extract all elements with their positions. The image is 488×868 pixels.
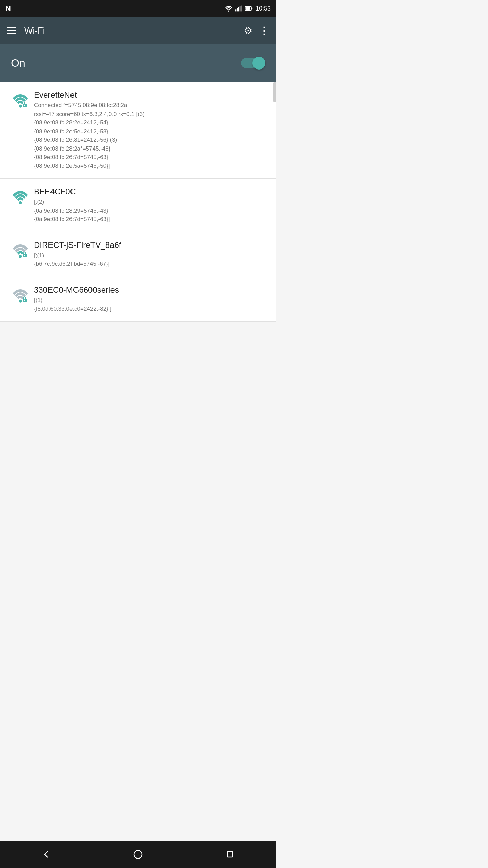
- wifi-toggle-section: On: [0, 44, 276, 82]
- svg-point-16: [19, 299, 22, 302]
- network-details: [(1) {f8:0d:60:33:0e:c0=2422,-82}:]: [34, 296, 269, 313]
- network-name: 330EC0-MG6600series: [34, 285, 269, 295]
- network-details: [;(1) {b6:7c:9c:d6:2f:bd=5745,-67}]: [34, 251, 269, 269]
- network-details: [;(2) {0a:9e:08:fc:28:29=5745,-43} {0a:9…: [34, 198, 269, 224]
- network-info: EveretteNet Connected f=5745 08:9e:08:fc…: [34, 90, 269, 170]
- network-info: BEE4CF0C [;(2) {0a:9e:08:fc:28:29=5745,-…: [34, 187, 269, 224]
- svg-rect-5: [241, 6, 242, 12]
- page-title: Wi-Fi: [24, 25, 45, 36]
- settings-icon[interactable]: ⚙: [244, 25, 252, 36]
- svg-rect-2: [237, 8, 238, 11]
- network-info: DIRECT-jS-FireTV_8a6f [;(1) {b6:7c:9c:d6…: [34, 240, 269, 269]
- wifi-toggle-switch[interactable]: [241, 57, 265, 70]
- network-name: DIRECT-jS-FireTV_8a6f: [34, 240, 269, 250]
- battery-icon: [245, 5, 253, 12]
- hamburger-line-1: [7, 27, 16, 28]
- svg-point-13: [19, 255, 22, 258]
- toolbar-left: Wi-Fi: [7, 25, 45, 36]
- svg-rect-11: [24, 105, 25, 106]
- network-name: BEE4CF0C: [34, 187, 269, 196]
- svg-point-0: [228, 10, 229, 12]
- hamburger-line-3: [7, 33, 16, 34]
- svg-point-9: [19, 105, 22, 108]
- svg-rect-15: [24, 255, 25, 256]
- status-bar: N 10:53: [0, 0, 276, 17]
- hamburger-line-2: [7, 30, 16, 31]
- list-item[interactable]: 330EC0-MG6600series [(1) {f8:0d:60:33:0e…: [0, 277, 276, 322]
- signal-icon: [235, 5, 242, 12]
- status-bar-right: 10:53: [225, 5, 271, 12]
- svg-rect-4: [239, 6, 240, 11]
- wifi-network-icon: [11, 92, 29, 111]
- wifi-full-lock-icon: [11, 92, 29, 110]
- toolbar: Wi-Fi ⚙ ⋮: [0, 17, 276, 44]
- network-details: Connected f=5745 08:9e:08:fc:28:2a rssi=…: [34, 101, 269, 170]
- svg-rect-3: [238, 7, 239, 12]
- wifi-status-icon: [225, 5, 232, 12]
- toggle-thumb: [252, 57, 265, 70]
- wifi-network-icon: [11, 287, 29, 306]
- network-list: EveretteNet Connected f=5745 08:9e:08:fc…: [0, 82, 276, 322]
- list-item[interactable]: DIRECT-jS-FireTV_8a6f [;(1) {b6:7c:9c:d6…: [0, 232, 276, 277]
- toolbar-right: ⚙ ⋮: [244, 25, 269, 36]
- svg-point-12: [19, 201, 22, 204]
- list-item[interactable]: BEE4CF0C [;(2) {0a:9e:08:fc:28:29=5745,-…: [0, 179, 276, 232]
- more-options-button[interactable]: ⋮: [259, 25, 269, 36]
- network-info: 330EC0-MG6600series [(1) {f8:0d:60:33:0e…: [34, 285, 269, 313]
- network-name: EveretteNet: [34, 90, 269, 100]
- scrollbar[interactable]: [273, 82, 276, 102]
- n-logo: N: [5, 4, 11, 13]
- time-display: 10:53: [256, 5, 271, 12]
- wifi-icon-container: [7, 187, 34, 208]
- list-item[interactable]: EveretteNet Connected f=5745 08:9e:08:fc…: [0, 82, 276, 179]
- wifi-mid-lock-icon: [11, 242, 29, 260]
- svg-rect-8: [245, 7, 250, 10]
- wifi-icon-container: [7, 285, 34, 306]
- status-bar-left: N: [5, 4, 11, 13]
- svg-rect-1: [235, 9, 236, 11]
- wifi-network-icon: [11, 188, 29, 208]
- wifi-low-lock-icon: [11, 287, 29, 305]
- wifi-network-icon: [11, 242, 29, 261]
- wifi-icon-container: [7, 90, 34, 111]
- svg-rect-7: [251, 8, 252, 9]
- wifi-full-icon: [11, 188, 29, 206]
- wifi-status-label: On: [11, 57, 25, 70]
- hamburger-menu-button[interactable]: [7, 27, 16, 34]
- svg-rect-18: [24, 299, 25, 301]
- wifi-icon-container: [7, 240, 34, 261]
